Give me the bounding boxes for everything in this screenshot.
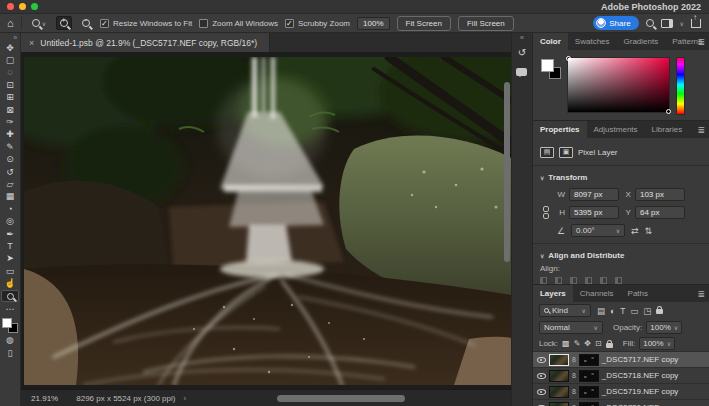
visibility-eye-icon[interactable]	[537, 389, 546, 395]
tab-properties[interactable]: Properties	[533, 121, 587, 138]
tool-zoom[interactable]	[1, 290, 19, 302]
layer-thumbnail[interactable]	[549, 354, 569, 366]
comments-panel-icon[interactable]	[514, 65, 529, 79]
color-swatches[interactable]	[541, 59, 561, 79]
tool-path-selection[interactable]: ➤	[1, 253, 19, 265]
lock-paint-icon[interactable]: ✎	[574, 339, 581, 348]
fill-select[interactable]: 100%∨	[639, 337, 675, 350]
visibility-eye-icon[interactable]	[537, 373, 546, 379]
lock-artboard-icon[interactable]: ⊡	[595, 339, 602, 348]
zoom-in-button[interactable]: +	[56, 16, 72, 30]
tool-history-brush[interactable]: ↺	[1, 166, 19, 178]
saturation-brightness-picker[interactable]	[567, 57, 670, 113]
tab-swatches[interactable]: Swatches	[568, 33, 617, 50]
scrubby-zoom-checkbox[interactable]: Scrubby Zoom	[285, 19, 350, 28]
hue-slider[interactable]	[676, 57, 685, 115]
fill-screen-button[interactable]: Fill Screen	[458, 16, 514, 31]
layer-name[interactable]: _DSC5719.NEF copy	[602, 387, 678, 396]
collapse-toolbar-icon[interactable]: »	[13, 34, 20, 41]
mask-thumbnail[interactable]	[579, 386, 599, 398]
close-tab-icon[interactable]: ×	[29, 38, 34, 48]
edit-toolbar-button[interactable]: ⋯	[1, 303, 19, 315]
filter-lock-icon[interactable]	[656, 309, 663, 314]
tab-adjustments[interactable]: Adjustments	[587, 121, 645, 138]
filter-kind-select[interactable]: Kind∨	[539, 304, 591, 317]
tool-blur[interactable]: ◔	[1, 203, 19, 215]
document-tab[interactable]: × Untitled-1.psb @ 21.9% (_DSC5717.NEF c…	[21, 33, 270, 52]
layer-name[interactable]: _DSC5717.NEF copy	[602, 355, 678, 364]
tool-lasso[interactable]: ◌	[1, 67, 19, 79]
color-picker-cursor[interactable]	[566, 56, 571, 61]
layer-row[interactable]: 8 _DSC5717.NEF copy	[533, 352, 709, 368]
filter-shape-layers-icon[interactable]: ▭	[630, 306, 638, 316]
y-input[interactable]: 64 px	[635, 206, 685, 219]
panel-menu-icon[interactable]: ≣	[697, 125, 705, 135]
tab-paths[interactable]: Paths	[621, 285, 655, 302]
mask-thumbnail[interactable]	[579, 370, 599, 382]
tool-dodge[interactable]: ◎	[1, 215, 19, 227]
share-button[interactable]: Share	[593, 16, 638, 30]
waterfall-photo[interactable]	[24, 57, 511, 385]
expand-dock-icon[interactable]: «	[520, 34, 524, 41]
tab-gradients[interactable]: Gradients	[617, 33, 666, 50]
tool-hand[interactable]: ☝	[1, 277, 19, 289]
status-zoom-level[interactable]: 21.91%	[31, 394, 58, 403]
tab-channels[interactable]: Channels	[573, 285, 621, 302]
tab-libraries[interactable]: Libraries	[645, 121, 690, 138]
flip-horizontal-icon[interactable]: ⇄	[631, 226, 639, 236]
filter-adjustment-layers-icon[interactable]: ◐	[610, 306, 615, 316]
tool-frame[interactable]: ⊠	[1, 104, 19, 116]
tool-eyedropper[interactable]: ✑	[1, 116, 19, 128]
tool-shape[interactable]: ▭	[1, 265, 19, 277]
upload-icon[interactable]	[691, 19, 701, 28]
document-viewport[interactable]	[21, 52, 511, 389]
panel-menu-icon[interactable]: ≣	[697, 289, 705, 299]
lock-position-icon[interactable]: ✥	[584, 339, 591, 348]
quick-mask-button[interactable]: ◍	[1, 335, 19, 347]
zoom-out-button[interactable]: −	[79, 17, 93, 29]
x-input[interactable]: 103 px	[635, 188, 685, 201]
horizontal-scrollbar[interactable]	[277, 395, 405, 402]
layer-thumbnail[interactable]	[549, 386, 569, 398]
tool-crop[interactable]: ⊞	[1, 92, 19, 104]
fit-screen-button[interactable]: Fit Screen	[397, 16, 451, 31]
layer-row[interactable]: 8 _DSC5720.NEF copy	[533, 400, 709, 406]
mask-thumbnail[interactable]	[579, 402, 599, 406]
lock-transparency-icon[interactable]: ▩	[562, 339, 570, 348]
minimize-window-button[interactable]	[19, 3, 26, 10]
screen-mode-button[interactable]: ▯	[1, 347, 19, 359]
layer-row[interactable]: 8 _DSC5719.NEF copy	[533, 384, 709, 400]
search-icon[interactable]	[646, 19, 654, 27]
zoom-percent-input[interactable]: 100%	[357, 17, 389, 30]
align-section-header[interactable]: ∨ Align and Distribute	[540, 248, 702, 262]
zoom-tool-preset[interactable]: ∨	[29, 17, 49, 29]
tab-layers[interactable]: Layers	[533, 285, 573, 302]
tool-gradient[interactable]: ▦	[1, 191, 19, 203]
workspace-icon[interactable]	[661, 19, 673, 28]
layer-thumbnail[interactable]	[549, 402, 569, 406]
link-dimensions-icon[interactable]	[540, 186, 552, 239]
zoom-all-windows-checkbox[interactable]: Zoom All Windows	[199, 19, 278, 28]
blend-mode-select[interactable]: Normal∨	[539, 321, 603, 334]
width-input[interactable]: 8097 px	[569, 188, 619, 201]
flip-vertical-icon[interactable]: ⇅	[645, 226, 653, 236]
filter-smart-objects-icon[interactable]: ◳	[643, 306, 651, 316]
vertical-scrollbar[interactable]	[504, 82, 510, 262]
panel-menu-icon[interactable]: ≣	[697, 37, 705, 47]
layer-row[interactable]: 8 _DSC5718.NEF copy	[533, 368, 709, 384]
visibility-eye-icon[interactable]	[537, 357, 546, 363]
history-panel-icon[interactable]: ↺	[514, 45, 529, 59]
layer-name[interactable]: _DSC5718.NEF copy	[602, 371, 678, 380]
tool-clone-stamp[interactable]: ⊙	[1, 154, 19, 166]
transform-section-header[interactable]: ∨ Transform	[540, 170, 702, 184]
tab-color[interactable]: Color	[533, 33, 568, 50]
tool-object-selection[interactable]: ⊡	[1, 79, 19, 91]
zoom-window-button[interactable]	[31, 3, 38, 10]
rotation-input[interactable]: 0.00°∨	[571, 224, 625, 237]
filter-type-layers-icon[interactable]: T	[620, 306, 625, 316]
tool-move[interactable]: ✥	[1, 42, 19, 54]
resize-windows-checkbox[interactable]: Resize Windows to Fit	[100, 19, 192, 28]
status-chevron-icon[interactable]: ›	[183, 394, 186, 403]
home-icon[interactable]: ⌂	[7, 18, 14, 28]
color-swatches[interactable]	[2, 318, 18, 333]
